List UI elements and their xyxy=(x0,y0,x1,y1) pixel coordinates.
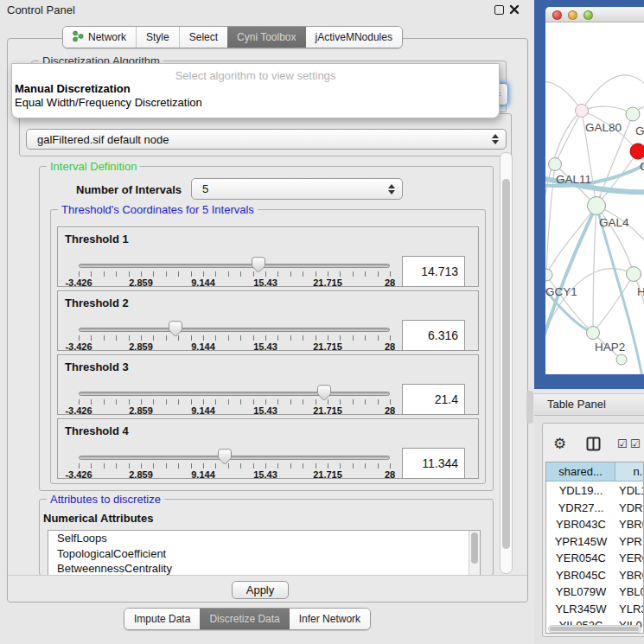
column-header-shared-name[interactable]: shared... xyxy=(546,462,615,481)
cell-shared-name[interactable]: YPR145W xyxy=(546,533,615,551)
slider-tick-label: -3.426 xyxy=(53,277,105,288)
network-edge[interactable] xyxy=(545,82,582,111)
threshold-value-field[interactable]: 14.713 xyxy=(402,256,465,287)
split-columns-icon[interactable] xyxy=(586,437,601,454)
cell-shared-name[interactable]: YLR345W xyxy=(546,601,615,618)
slider-thumb[interactable] xyxy=(252,257,265,272)
cell-shared-name[interactable]: YBR043C xyxy=(546,516,615,533)
slider-track[interactable] xyxy=(79,456,390,460)
network-view[interactable]: GAL80GACGAL11GAL4GCY1HHAP2 xyxy=(545,22,644,374)
slider-tick xyxy=(203,463,204,469)
network-edge[interactable] xyxy=(596,151,638,206)
threshold-value-field[interactable]: 6.316 xyxy=(402,320,465,351)
cell-name[interactable]: YLR3 xyxy=(619,601,644,618)
slider-track[interactable] xyxy=(79,264,390,268)
cell-name[interactable]: YBR0 xyxy=(619,516,644,533)
cell-shared-name[interactable]: YDR27... xyxy=(546,500,615,517)
network-edge[interactable] xyxy=(555,111,582,164)
scrollbar-thumb[interactable] xyxy=(550,627,639,631)
cell-name[interactable]: YBR0 xyxy=(619,567,644,584)
cell-name[interactable]: YER0 xyxy=(619,550,644,567)
slider-tick xyxy=(253,399,254,405)
table-hscrollbar[interactable] xyxy=(548,625,641,633)
tab-cyni-toolbox[interactable]: Cyni Toolbox xyxy=(227,27,305,48)
close-icon[interactable] xyxy=(509,4,520,15)
scrollbar-thumb[interactable] xyxy=(502,179,510,549)
table-data-combo[interactable]: galFiltered.sif default node xyxy=(26,129,507,150)
network-node[interactable] xyxy=(588,197,606,215)
slider-track[interactable] xyxy=(79,392,390,396)
network-node[interactable] xyxy=(587,327,600,340)
slider-tick-label: 2.859 xyxy=(115,277,167,288)
threshold-value-field[interactable]: 21.4 xyxy=(402,384,465,415)
tab-style[interactable]: Style xyxy=(136,27,179,48)
tab-jactivemnodules[interactable]: jActiveMNodules xyxy=(306,27,402,48)
attribute-item[interactable]: TopologicalCoefficient xyxy=(48,546,480,562)
attribute-item[interactable]: SelfLoops xyxy=(48,531,480,546)
cell-name[interactable]: YBL0 xyxy=(619,583,644,601)
network-window: GAL80GACGAL11GAL4GCY1HHAP2 xyxy=(545,7,644,374)
close-traffic-light-icon[interactable] xyxy=(552,10,562,20)
network-node[interactable] xyxy=(549,158,562,171)
table-row[interactable]: YDR27...YDR2 xyxy=(546,500,644,517)
list-scrollbar[interactable] xyxy=(469,531,480,575)
node-table[interactable]: shared... n... YDL19...YDL1YDR27...YDR2Y… xyxy=(545,462,644,634)
network-edge[interactable] xyxy=(582,106,633,114)
apply-button[interactable]: Apply xyxy=(232,581,289,599)
num-intervals-combo[interactable]: 5 xyxy=(191,178,403,200)
network-edge[interactable] xyxy=(593,206,596,333)
slider-thumb[interactable] xyxy=(218,449,232,464)
algorithm-option-1[interactable]: Equal Width/Frequency Discretization xyxy=(12,96,499,110)
cell-shared-name[interactable]: YER054C xyxy=(546,550,615,567)
slider-track[interactable] xyxy=(79,328,390,332)
float-window-icon[interactable] xyxy=(494,5,504,15)
table-row[interactable]: YBL079WYBL0 xyxy=(546,583,644,601)
network-node[interactable] xyxy=(626,107,640,121)
network-node[interactable] xyxy=(545,269,552,281)
bottom-tab-discretize-data[interactable]: Discretize Data xyxy=(200,609,289,629)
numerical-attributes-list[interactable]: SelfLoopsTopologicalCoefficientBetweenne… xyxy=(48,530,481,576)
attribute-item[interactable]: BetweennessCentrality xyxy=(48,561,480,576)
checkbox-checked-icon[interactable]: ☑ xyxy=(630,437,641,450)
slider-tick-label: 2.859 xyxy=(115,341,167,352)
table-row[interactable]: YPR145WYPR1 xyxy=(546,533,644,551)
network-node[interactable] xyxy=(576,105,589,118)
slider-tick xyxy=(215,335,216,341)
zoom-traffic-light-icon[interactable] xyxy=(583,10,593,20)
cell-name[interactable]: YDL1 xyxy=(619,482,644,500)
network-window-titlebar xyxy=(545,7,644,22)
slider-thumb[interactable] xyxy=(317,385,331,400)
table-row[interactable]: YBR043CYBR0 xyxy=(546,516,644,533)
slider-thumb[interactable] xyxy=(169,321,182,336)
cell-shared-name[interactable]: YDL19... xyxy=(546,482,615,500)
slider-tick xyxy=(378,463,379,469)
network-node[interactable] xyxy=(616,354,627,365)
table-row[interactable]: YDL19...YDL1 xyxy=(546,482,644,500)
cell-shared-name[interactable]: YBL079W xyxy=(546,583,615,601)
slider-tick-label: 15.43 xyxy=(239,341,291,352)
network-node[interactable] xyxy=(630,143,644,159)
checkbox-checked-icon[interactable]: ☑ xyxy=(617,437,628,450)
table-row[interactable]: YER054CYER0 xyxy=(546,550,644,567)
network-node[interactable] xyxy=(627,267,641,282)
algorithm-option-0[interactable]: Manual Discretization xyxy=(12,82,499,96)
splitter-scrollbar-thumb[interactable] xyxy=(526,391,533,424)
tab-select[interactable]: Select xyxy=(179,27,227,48)
minimize-traffic-light-icon[interactable] xyxy=(568,10,577,20)
table-row[interactable]: YLR345WYLR3 xyxy=(546,601,644,618)
cell-name[interactable]: YPR1 xyxy=(619,533,644,551)
column-header-name[interactable]: n... xyxy=(615,462,644,481)
scrollbar-thumb[interactable] xyxy=(471,532,478,564)
content-scrollbar[interactable] xyxy=(500,152,513,574)
network-edge[interactable] xyxy=(545,111,582,282)
bottom-tab-impute-data[interactable]: Impute Data xyxy=(124,609,200,629)
cell-shared-name[interactable]: YBR045C xyxy=(546,567,615,584)
bottom-tab-infer-network[interactable]: Infer Network xyxy=(290,609,370,629)
threshold-value-field[interactable]: 11.344 xyxy=(402,448,465,479)
gear-icon[interactable]: ⚙ xyxy=(553,435,566,452)
cell-name[interactable]: YDR2 xyxy=(619,500,644,517)
network-edge[interactable] xyxy=(593,274,634,333)
table-row[interactable]: YBR045CYBR0 xyxy=(546,567,644,584)
tab-network[interactable]: Network xyxy=(63,27,136,48)
slider-tick xyxy=(215,463,216,469)
